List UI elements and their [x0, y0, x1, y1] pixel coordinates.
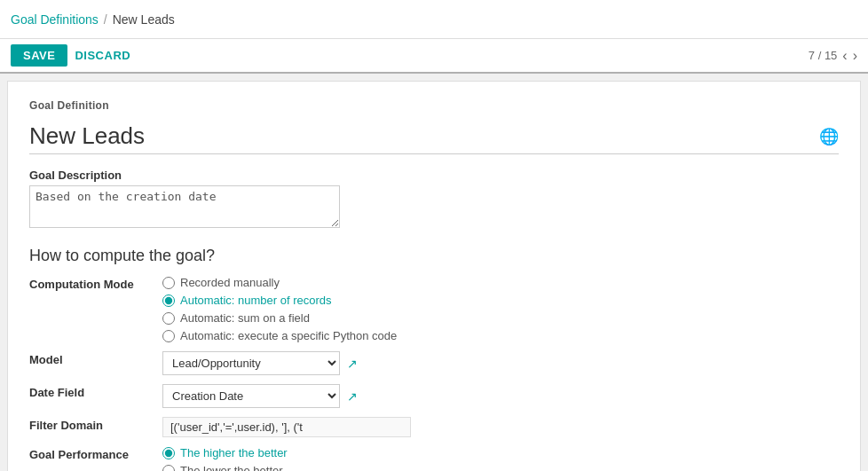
computation-mode-row: Computation Mode Recorded manually Autom…: [29, 276, 839, 342]
radio-lower-better-input[interactable]: [162, 465, 175, 472]
date-field-label: Date Field: [29, 384, 162, 399]
globe-icon[interactable]: 🌐: [819, 127, 839, 146]
breadcrumb-separator: /: [104, 12, 107, 27]
date-field-select[interactable]: Creation Date Closing Date Last Update: [162, 384, 340, 408]
breadcrumb: Goal Definitions / New Leads: [11, 12, 175, 27]
radio-lower-better-label: The lower the better: [180, 464, 283, 471]
radio-lower-better[interactable]: The lower the better: [162, 464, 839, 471]
radio-auto-sum[interactable]: Automatic: sum on a field: [162, 311, 839, 325]
section-label: Goal Definition: [29, 99, 839, 112]
filter-domain-row: Filter Domain [('user_id','=',user.id), …: [29, 417, 839, 437]
radio-auto-python[interactable]: Automatic: execute a specific Python cod…: [162, 329, 839, 342]
model-row: Model Lead/Opportunity Contact Partner ↗: [29, 351, 839, 375]
pagination: 7 / 15 ‹ ›: [809, 49, 857, 63]
model-value: Lead/Opportunity Contact Partner ↗: [162, 351, 839, 375]
model-label: Model: [29, 351, 162, 366]
date-field-external-link-icon[interactable]: ↗: [347, 389, 358, 404]
filter-domain-label: Filter Domain: [29, 417, 162, 432]
radio-auto-number-input[interactable]: [162, 294, 175, 307]
radio-recorded-manually-label: Recorded manually: [180, 276, 280, 289]
goal-description-label: Goal Description: [29, 169, 839, 182]
main-content: Goal Definition 🌐 Goal Description Based…: [7, 81, 861, 471]
goal-performance-row: Goal Performance The higher the better T…: [29, 446, 839, 471]
prev-page-button[interactable]: ‹: [842, 49, 847, 63]
goal-performance-value: The higher the better The lower the bett…: [162, 446, 839, 471]
action-bar-left: SAVE DISCARD: [11, 44, 130, 67]
goal-description-group: Goal Description Based on the creation d…: [29, 169, 839, 231]
radio-auto-number[interactable]: Automatic: number of records: [162, 294, 839, 307]
radio-higher-better-label: The higher the better: [180, 446, 288, 459]
radio-auto-sum-label: Automatic: sum on a field: [180, 311, 310, 325]
record-title-input[interactable]: [29, 122, 758, 150]
radio-auto-sum-input[interactable]: [162, 312, 175, 325]
radio-auto-python-label: Automatic: execute a specific Python cod…: [180, 329, 397, 342]
goal-description-textarea[interactable]: Based on the creation date: [29, 185, 340, 228]
compute-section-title: How to compute the goal?: [29, 247, 839, 265]
radio-recorded-manually[interactable]: Recorded manually: [162, 276, 839, 289]
radio-auto-python-input[interactable]: [162, 330, 175, 342]
record-title-row: 🌐: [29, 122, 839, 154]
save-button[interactable]: SAVE: [11, 44, 67, 67]
model-external-link-icon[interactable]: ↗: [347, 357, 358, 371]
breadcrumb-parent[interactable]: Goal Definitions: [11, 12, 99, 27]
next-page-button[interactable]: ›: [853, 49, 857, 63]
computation-radio-group: Recorded manually Automatic: number of r…: [162, 276, 839, 342]
breadcrumb-current: New Leads: [113, 12, 175, 27]
filter-domain-text[interactable]: [('user_id','=',user.id), '], ('t: [162, 417, 411, 437]
goal-performance-label: Goal Performance: [29, 446, 162, 461]
radio-auto-number-label: Automatic: number of records: [180, 294, 332, 307]
radio-recorded-manually-input[interactable]: [162, 277, 175, 289]
filter-domain-value: [('user_id','=',user.id), '], ('t: [162, 417, 839, 437]
computation-mode-label: Computation Mode: [29, 276, 162, 291]
date-field-value: Creation Date Closing Date Last Update ↗: [162, 384, 839, 408]
goal-performance-radio-group: The higher the better The lower the bett…: [162, 446, 839, 471]
action-bar: SAVE DISCARD 7 / 15 ‹ ›: [0, 39, 868, 74]
computation-mode-value: Recorded manually Automatic: number of r…: [162, 276, 839, 342]
model-select[interactable]: Lead/Opportunity Contact Partner: [162, 351, 340, 375]
discard-button[interactable]: DISCARD: [75, 49, 130, 62]
date-field-row: Date Field Creation Date Closing Date La…: [29, 384, 839, 408]
pagination-display: 7 / 15: [809, 49, 838, 62]
radio-higher-better[interactable]: The higher the better: [162, 446, 839, 459]
radio-higher-better-input[interactable]: [162, 447, 175, 459]
top-bar: Goal Definitions / New Leads: [0, 0, 868, 39]
